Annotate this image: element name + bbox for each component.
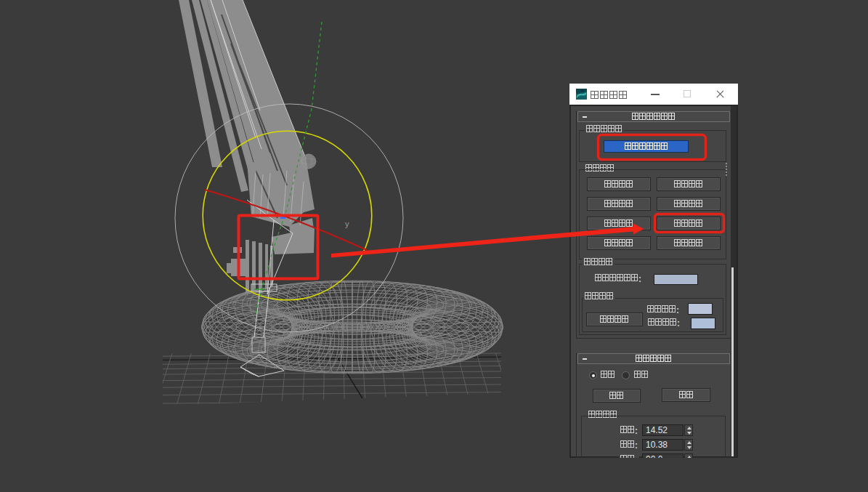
svg-text:y: y <box>345 219 349 228</box>
